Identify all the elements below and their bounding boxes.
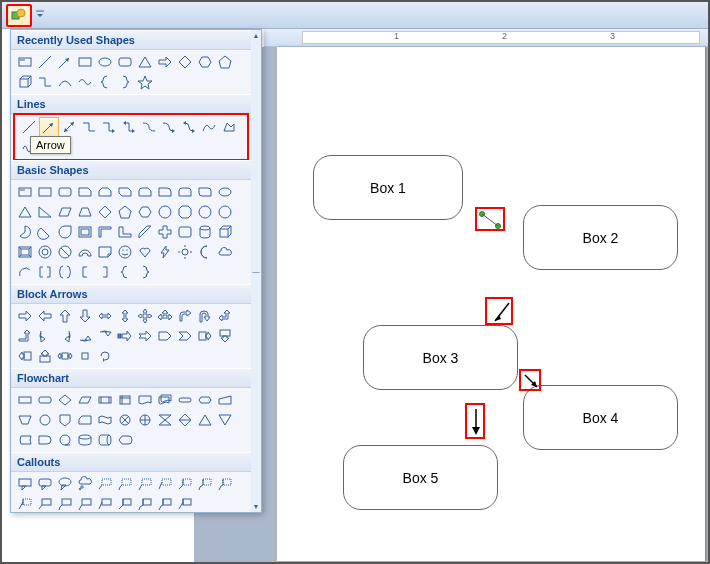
merge-icon[interactable]	[216, 411, 234, 429]
connector-icon[interactable]	[36, 411, 54, 429]
right-arrow-callout-icon[interactable]	[196, 327, 214, 345]
round2-same-icon[interactable]	[176, 183, 194, 201]
heart-icon[interactable]	[136, 243, 154, 261]
scroll-up-icon[interactable]: ▲	[253, 32, 260, 39]
border-accent-callout-1-icon[interactable]	[116, 495, 134, 512]
down-arrow-callout-icon[interactable]	[216, 327, 234, 345]
rounded-rect-callout-icon[interactable]	[36, 475, 54, 493]
folded-corner-icon[interactable]	[96, 243, 114, 261]
rounded-rect-icon[interactable]	[116, 53, 134, 71]
smiley-icon[interactable]	[116, 243, 134, 261]
document-page[interactable]: Box 1 Box 2 Box 3 Box 4 Box 5	[276, 47, 706, 561]
curved-connector-icon[interactable]	[140, 118, 158, 136]
round-snip-icon[interactable]	[136, 183, 154, 201]
left-right-up-arrow-icon[interactable]	[156, 307, 174, 325]
round2-diag-icon[interactable]	[196, 183, 214, 201]
extract-icon[interactable]	[196, 411, 214, 429]
left-right-arrow-icon[interactable]	[96, 307, 114, 325]
double-brace-icon[interactable]	[56, 263, 74, 281]
summing-junction-icon[interactable]	[116, 411, 134, 429]
accent-callout-2-icon[interactable]	[196, 475, 214, 493]
line-callout-2-icon[interactable]	[116, 475, 134, 493]
octagon-icon[interactable]	[176, 203, 194, 221]
right-arrow-block-icon[interactable]	[156, 53, 174, 71]
box-2[interactable]: Box 2	[523, 205, 678, 270]
frame-icon[interactable]	[76, 223, 94, 241]
star-icon[interactable]	[136, 73, 154, 91]
cube-icon[interactable]	[16, 73, 34, 91]
elbow-connector-icon[interactable]	[36, 73, 54, 91]
scroll-down-icon[interactable]: ▼	[253, 503, 260, 510]
left-right-arrow-callout-icon[interactable]	[56, 347, 74, 365]
cloud-callout-icon[interactable]	[76, 475, 94, 493]
moon-icon[interactable]	[196, 243, 214, 261]
collate-icon[interactable]	[156, 411, 174, 429]
offpage-connector-icon[interactable]	[56, 411, 74, 429]
bevel-icon[interactable]	[16, 243, 34, 261]
punched-tape-icon[interactable]	[96, 411, 114, 429]
multidocument-icon[interactable]	[156, 391, 174, 409]
rect-callout-icon[interactable]	[16, 475, 34, 493]
delay-icon[interactable]	[36, 431, 54, 449]
right-brace-icon[interactable]	[136, 263, 154, 281]
quad-arrow-icon[interactable]	[136, 307, 154, 325]
bent-arrow-icon[interactable]	[176, 307, 194, 325]
hexagon-icon[interactable]	[196, 53, 214, 71]
left-bracket-icon[interactable]	[76, 263, 94, 281]
manual-operation-icon[interactable]	[16, 411, 34, 429]
elbow-connector-icon[interactable]	[80, 118, 98, 136]
arrow-icon[interactable]	[56, 53, 74, 71]
accent-callout-1-icon[interactable]	[176, 475, 194, 493]
pentagon-icon[interactable]	[216, 53, 234, 71]
can-icon[interactable]	[196, 223, 214, 241]
left-brace-icon[interactable]	[116, 263, 134, 281]
scroll-line-icon[interactable]: —	[253, 268, 260, 275]
rectangle-icon[interactable]	[76, 53, 94, 71]
data-icon[interactable]	[76, 391, 94, 409]
hexagon-icon[interactable]	[136, 203, 154, 221]
freeform-icon[interactable]	[220, 118, 238, 136]
pie-icon[interactable]	[16, 223, 34, 241]
quad-arrow-callout-icon[interactable]	[76, 347, 94, 365]
curved-double-arrow-icon[interactable]	[180, 118, 198, 136]
decision-icon[interactable]	[56, 391, 74, 409]
line-icon[interactable]	[36, 53, 54, 71]
curved-connector-icon[interactable]	[56, 73, 74, 91]
line-callout-1-icon[interactable]	[96, 475, 114, 493]
oval-icon[interactable]	[96, 53, 114, 71]
border-callout-2-icon[interactable]	[56, 495, 74, 512]
sort-icon[interactable]	[176, 411, 194, 429]
right-bracket-icon[interactable]	[96, 263, 114, 281]
alt-process-icon[interactable]	[36, 391, 54, 409]
chord-icon[interactable]	[36, 223, 54, 241]
arc-icon[interactable]	[16, 263, 34, 281]
shapes-gallery-button[interactable]	[6, 4, 32, 27]
notched-right-arrow-icon[interactable]	[136, 327, 154, 345]
curved-up-arrow-icon[interactable]	[76, 327, 94, 345]
circular-arrow-icon[interactable]	[96, 347, 114, 365]
accent-callout-4-icon[interactable]	[16, 495, 34, 512]
diagonal-stripe-icon[interactable]	[136, 223, 154, 241]
trapezoid-icon[interactable]	[76, 203, 94, 221]
up-arrow-callout-icon[interactable]	[36, 347, 54, 365]
terminator-icon[interactable]	[176, 391, 194, 409]
magnetic-disk-icon[interactable]	[76, 431, 94, 449]
box-4[interactable]: Box 4	[523, 385, 678, 450]
down-arrow-icon[interactable]	[76, 307, 94, 325]
parallelogram-icon[interactable]	[56, 203, 74, 221]
left-arrow-icon[interactable]	[36, 307, 54, 325]
display-icon[interactable]	[116, 431, 134, 449]
pentagon-icon[interactable]	[116, 203, 134, 221]
donut-icon[interactable]	[36, 243, 54, 261]
teardrop-icon[interactable]	[56, 223, 74, 241]
internal-storage-icon[interactable]	[116, 391, 134, 409]
snip-rect-icon[interactable]	[76, 183, 94, 201]
accent-callout-3-icon[interactable]	[216, 475, 234, 493]
qat-customize-dropdown[interactable]	[34, 4, 46, 26]
border-accent-callout-3-icon[interactable]	[156, 495, 174, 512]
double-arrow-icon[interactable]	[60, 118, 78, 136]
rectangle-icon[interactable]	[36, 183, 54, 201]
heptagon-icon[interactable]	[156, 203, 174, 221]
left-arrow-callout-icon[interactable]	[16, 347, 34, 365]
elbow-arrow-icon[interactable]	[100, 118, 118, 136]
